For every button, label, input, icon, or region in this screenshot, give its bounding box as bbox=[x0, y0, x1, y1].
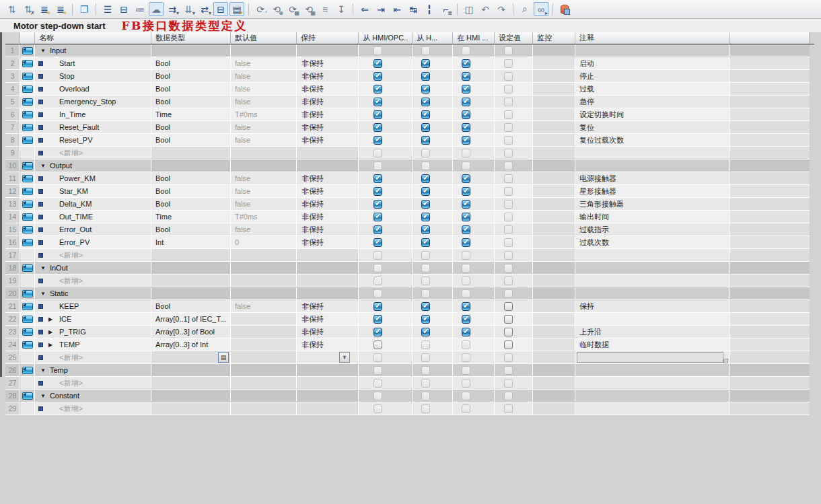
name-cell[interactable]: ▼InOut bbox=[35, 262, 151, 275]
retain-cell[interactable]: 非保持 bbox=[297, 313, 359, 326]
comment-cell[interactable]: 启动 bbox=[575, 57, 730, 70]
supervision-cell[interactable] bbox=[533, 313, 575, 326]
cancel-refresh-icon[interactable]: ⟲⊗ bbox=[269, 2, 284, 16]
collapse-triangle-icon[interactable]: ▼ bbox=[40, 48, 46, 54]
checkbox-setpoint[interactable] bbox=[504, 340, 513, 349]
datatype-cell[interactable] bbox=[151, 390, 231, 402]
retain-cell[interactable]: ▼ bbox=[297, 351, 359, 364]
default-value-cell[interactable] bbox=[231, 147, 297, 159]
supervision-cell[interactable] bbox=[533, 121, 575, 134]
checkbox-in-hmi-checked[interactable] bbox=[462, 187, 470, 196]
retain-dropdown-button[interactable]: ▼ bbox=[339, 352, 350, 363]
checkbox-hmi-opc-checked[interactable] bbox=[373, 123, 382, 132]
comment-cell[interactable]: 星形接触器 bbox=[575, 185, 730, 198]
checkbox-in-hmi-checked[interactable] bbox=[462, 98, 470, 106]
comment-cell[interactable] bbox=[575, 364, 730, 377]
checkbox-setpoint[interactable] bbox=[504, 302, 513, 311]
supervision-cell[interactable] bbox=[533, 83, 575, 96]
collapse-triangle-icon[interactable]: ▼ bbox=[40, 291, 46, 297]
download-values-icon[interactable]: ⇉▾ bbox=[165, 2, 180, 16]
row-number[interactable]: 24 bbox=[5, 338, 20, 351]
default-value-cell[interactable]: false bbox=[231, 223, 297, 236]
goto-definition-icon[interactable]: ⇐ bbox=[357, 2, 372, 16]
retain-cell[interactable]: 非保持 bbox=[297, 198, 359, 211]
checkbox-from-hmi-checked[interactable] bbox=[421, 123, 430, 132]
default-value-cell[interactable]: 0 bbox=[231, 236, 297, 249]
retain-cell[interactable] bbox=[297, 275, 359, 287]
supervision-cell[interactable] bbox=[533, 262, 575, 275]
supervision-cell[interactable] bbox=[533, 198, 575, 211]
name-cell[interactable]: ▶ICE bbox=[35, 313, 151, 326]
retain-cell[interactable] bbox=[297, 377, 359, 390]
comment-cell[interactable] bbox=[575, 402, 730, 415]
name-cell[interactable]: Power_KM bbox=[35, 172, 151, 185]
name-cell[interactable]: ▼Static bbox=[35, 287, 151, 300]
default-value-cell[interactable]: false bbox=[231, 57, 297, 70]
default-value-cell[interactable]: false bbox=[231, 134, 297, 147]
retain-cell[interactable] bbox=[297, 364, 359, 377]
default-value-cell[interactable]: T#0ms bbox=[231, 211, 297, 223]
retain-cell[interactable]: 非保持 bbox=[297, 57, 359, 70]
checkbox-from-hmi-checked[interactable] bbox=[421, 302, 430, 311]
checkbox-in-hmi-checked[interactable] bbox=[462, 136, 470, 145]
sort-lines-icon[interactable]: ☰ bbox=[100, 2, 115, 16]
discard-compare-icon[interactable]: ⇅✗ bbox=[21, 2, 36, 16]
supervision-cell[interactable] bbox=[533, 236, 575, 249]
supervision-cell[interactable] bbox=[533, 70, 575, 83]
supervision-cell[interactable] bbox=[533, 300, 575, 313]
datatype-cell[interactable]: Time bbox=[151, 108, 231, 121]
default-value-cell[interactable] bbox=[231, 377, 297, 390]
comment-cell[interactable]: 过载 bbox=[575, 83, 730, 96]
refresh-icon[interactable]: ⟳° bbox=[253, 2, 268, 16]
checkbox-hmi-opc-checked[interactable] bbox=[373, 328, 382, 336]
column-header[interactable]: 默认值 bbox=[231, 32, 297, 44]
row-number[interactable]: 21 bbox=[5, 300, 20, 313]
comment-cell[interactable]: 复位过载次数 bbox=[575, 134, 730, 147]
column-header[interactable]: 数据类型 bbox=[151, 32, 231, 44]
checkbox-in-hmi-checked[interactable] bbox=[462, 72, 470, 81]
find-replace-icon[interactable]: ⌕ bbox=[517, 2, 532, 16]
comment-cell[interactable] bbox=[575, 275, 730, 287]
name-cell[interactable]: <新增> bbox=[35, 249, 151, 262]
go-forward-icon[interactable]: ↷ bbox=[494, 2, 509, 16]
bookmarks-icon[interactable]: ◫ bbox=[462, 2, 476, 16]
name-cell[interactable]: Star_KM bbox=[35, 185, 151, 198]
default-value-cell[interactable]: false bbox=[231, 121, 297, 134]
row-number[interactable]: 11 bbox=[5, 172, 20, 185]
supervision-cell[interactable] bbox=[533, 326, 575, 338]
row-number[interactable]: 3 bbox=[5, 70, 20, 83]
checkbox-hmi-opc-checked[interactable] bbox=[373, 187, 382, 196]
supervision-cell[interactable] bbox=[533, 351, 575, 364]
comment-cell[interactable]: 电源接触器 bbox=[575, 172, 730, 185]
expand-triangle-icon[interactable]: ▶ bbox=[48, 329, 52, 335]
supervision-cell[interactable] bbox=[533, 108, 575, 121]
checkbox-from-hmi-checked[interactable] bbox=[421, 225, 430, 234]
comment-cell[interactable]: 临时数据 bbox=[575, 338, 730, 351]
retain-cell[interactable] bbox=[297, 390, 359, 402]
comments-toggle-icon[interactable]: ☁ bbox=[149, 2, 164, 16]
datatype-cell[interactable] bbox=[151, 402, 231, 415]
datatype-cell[interactable] bbox=[151, 147, 231, 159]
supervision-cell[interactable] bbox=[533, 147, 575, 159]
datatype-cell[interactable]: Array[0..1] of IEC_T... bbox=[151, 313, 231, 326]
comment-cell[interactable]: 设定切换时间 bbox=[575, 108, 730, 121]
checkbox-from-hmi-checked[interactable] bbox=[421, 136, 430, 145]
name-cell[interactable]: Overload bbox=[35, 83, 151, 96]
checkbox-from-hmi-checked[interactable] bbox=[421, 238, 430, 247]
column-header[interactable]: 名称 bbox=[35, 32, 151, 44]
supervision-cell[interactable] bbox=[533, 287, 575, 300]
datatype-cell[interactable]: Array[0..3] of Int bbox=[151, 338, 231, 351]
checkbox-from-hmi-checked[interactable] bbox=[421, 315, 430, 324]
checkbox-in-hmi-checked[interactable] bbox=[462, 123, 470, 132]
datatype-cell[interactable]: Bool bbox=[151, 300, 231, 313]
restore-values-icon[interactable]: ⟲▦ bbox=[301, 2, 316, 16]
monitor-all-icon[interactable]: ∞▸ bbox=[534, 2, 548, 16]
checkbox-from-hmi-checked[interactable] bbox=[421, 200, 430, 209]
row-number[interactable]: 5 bbox=[5, 96, 20, 108]
checkbox-from-hmi-checked[interactable] bbox=[421, 72, 430, 81]
datatype-cell[interactable]: Bool bbox=[151, 134, 231, 147]
checkbox-in-hmi-checked[interactable] bbox=[462, 110, 470, 119]
collapse-triangle-icon[interactable]: ▼ bbox=[40, 367, 46, 373]
name-cell[interactable]: Error_PV bbox=[35, 236, 151, 249]
supervision-cell[interactable] bbox=[533, 364, 575, 377]
